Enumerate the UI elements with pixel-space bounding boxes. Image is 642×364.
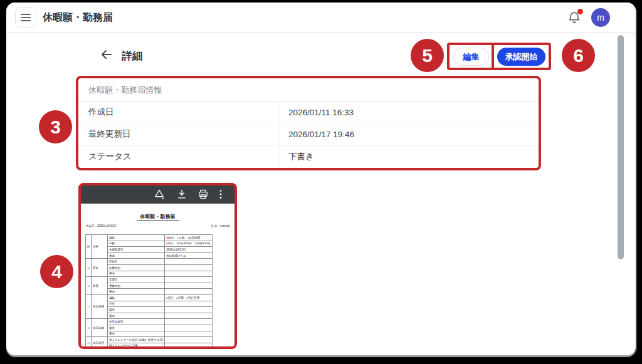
table-row: 最終更新日 2026/01/17 19:46 <box>78 123 539 145</box>
page-title: 詳細 <box>122 49 143 63</box>
mini-form-row: □遅刻遅刻日 <box>86 259 213 265</box>
add-to-drive-icon[interactable] <box>152 188 166 202</box>
download-icon[interactable] <box>175 188 189 202</box>
table-row: ステータス 下書き <box>78 146 539 168</box>
annotation-circle-6: 6 <box>562 39 595 72</box>
annotation-circle-5: 5 <box>411 39 444 72</box>
info-value-updated: 2026/01/17 19:46 <box>280 123 539 145</box>
pdf-preview: 休暇願・勤務届 申請日：2026年1月11日 氏 名：manual ☑休暇種類☑… <box>81 185 234 346</box>
edit-button[interactable]: 編集 <box>453 48 489 66</box>
menu-button[interactable] <box>15 7 36 28</box>
info-label-updated: 最終更新日 <box>78 123 280 145</box>
app-title: 休暇願・勤務届 <box>43 3 113 33</box>
app-window: 休暇願・勤務届 m 詳細 5 編集 承認開始 6 3 休暇願・勤務届情報 作成日… <box>6 3 636 355</box>
mini-doc-name-field: 氏 名：manual <box>211 224 229 227</box>
mini-form-row: □休日振替個人カレンダーの休日 (出勤に変更する日) <box>86 337 213 343</box>
info-section: 休暇願・勤務届情報 作成日 2026/01/11 16:33 最終更新日 202… <box>78 78 539 168</box>
mini-doc-title: 休暇願・勤務届 <box>81 209 234 221</box>
hamburger-icon <box>21 12 31 23</box>
notification-badge-dot <box>577 9 583 14</box>
info-value-status: 下書き <box>280 146 539 168</box>
mini-form-table: ☑休暇種類☑有給 □欠勤 □特別休暇日数☑1日 □午前半日休 □午後半日休休暇取… <box>85 234 213 346</box>
more-options-icon[interactable] <box>214 188 228 202</box>
notifications-button[interactable] <box>566 10 582 26</box>
topbar: 休暇願・勤務届 m <box>6 3 636 33</box>
pdf-document-page: 休暇願・勤務届 申請日：2026年1月11日 氏 名：manual ☑休暇種類☑… <box>81 209 234 346</box>
mini-form-row: □早退早退日 <box>86 277 213 283</box>
info-value-created: 2026/01/11 16:33 <box>280 101 539 123</box>
info-label-status: ステータス <box>78 146 280 168</box>
mini-form-row: □休日出勤休日出勤日 <box>86 319 213 325</box>
pdf-toolbar <box>81 185 234 204</box>
arrow-left-icon <box>99 47 114 62</box>
mini-form-row: □直行直帰種類□直行 □直帰 □直行直帰 <box>86 294 213 301</box>
annotation-circle-3: 3 <box>39 110 72 143</box>
scrollbar-thumb[interactable] <box>618 35 624 259</box>
back-button[interactable] <box>98 46 115 64</box>
start-approval-button[interactable]: 承認開始 <box>497 48 545 66</box>
info-label-created: 作成日 <box>78 101 280 123</box>
table-row: 作成日 2026/01/11 16:33 <box>78 101 539 123</box>
annotation-circle-4: 4 <box>40 255 73 288</box>
info-section-title: 休暇願・勤務届情報 <box>78 78 539 101</box>
mini-doc-application-date: 申請日：2026年1月11日 <box>86 224 117 227</box>
print-icon[interactable] <box>196 188 210 202</box>
avatar[interactable]: m <box>591 8 610 27</box>
mini-form-row: ☑休暇種類☑有給 □欠勤 □特別休暇 <box>86 235 213 241</box>
